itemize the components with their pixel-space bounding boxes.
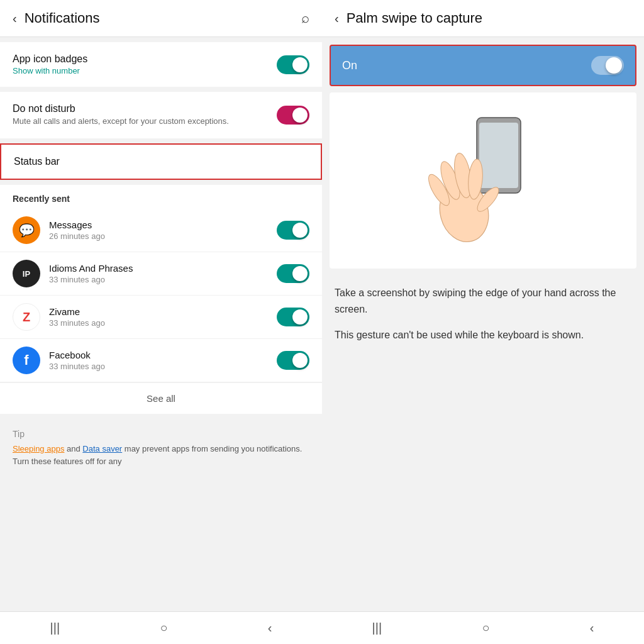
description-text-2: This gesture can't be used while the key… bbox=[335, 327, 631, 343]
bottom-nav-left: ||| ○ ‹ bbox=[0, 611, 322, 644]
zivame-time: 33 minutes ago bbox=[49, 318, 268, 328]
right-page-title: Palm swipe to capture bbox=[347, 10, 482, 26]
right-panel: ‹ Palm swipe to capture On bbox=[322, 0, 644, 644]
do-not-disturb-card: Do not disturb Mute all calls and alerts… bbox=[0, 92, 322, 138]
bottom-nav-right: ||| ○ ‹ bbox=[322, 611, 644, 644]
notifications-header: ‹ Notifications ⌕ bbox=[0, 0, 322, 37]
search-icon[interactable]: ⌕ bbox=[301, 10, 309, 26]
zivame-toggle[interactable] bbox=[277, 308, 309, 326]
back-nav-button[interactable]: ‹ bbox=[268, 621, 272, 635]
status-bar-item[interactable]: Status bar bbox=[0, 143, 322, 180]
right-back-button[interactable]: ‹ bbox=[335, 11, 339, 26]
tip-and: and bbox=[64, 444, 82, 453]
idioms-time: 33 minutes ago bbox=[49, 275, 268, 284]
do-not-disturb-desc: Mute all calls and alerts, except for yo… bbox=[13, 116, 277, 127]
palm-swipe-toggle-row[interactable]: On bbox=[330, 45, 636, 86]
list-item[interactable]: f Facebook 33 minutes ago bbox=[0, 339, 322, 382]
app-icon-badges-item[interactable]: App icon badges Show with number bbox=[0, 42, 322, 87]
app-icon-badges-toggle[interactable] bbox=[277, 55, 309, 74]
svg-rect-1 bbox=[479, 123, 518, 188]
do-not-disturb-title: Do not disturb bbox=[13, 103, 277, 114]
messages-name: Messages bbox=[49, 219, 268, 230]
idioms-name: Idioms And Phrases bbox=[49, 263, 268, 274]
messages-toggle[interactable] bbox=[277, 221, 309, 240]
right-back-nav-button[interactable]: ‹ bbox=[590, 621, 594, 635]
home-button[interactable]: ○ bbox=[160, 621, 167, 635]
sleeping-apps-link[interactable]: Sleeping apps bbox=[13, 444, 64, 453]
hand-svg bbox=[420, 105, 546, 256]
palm-on-label: On bbox=[342, 59, 357, 72]
see-all-button[interactable]: See all bbox=[0, 382, 322, 414]
left-panel: ‹ Notifications ⌕ App icon badges Show w… bbox=[0, 0, 322, 644]
tip-section: Tip Sleeping apps and Data saver may pre… bbox=[0, 419, 322, 477]
back-button[interactable]: ‹ bbox=[13, 11, 17, 26]
messages-time: 26 minutes ago bbox=[49, 231, 268, 241]
app-icon-badges-subtitle[interactable]: Show with number bbox=[13, 66, 277, 75]
right-home-button[interactable]: ○ bbox=[482, 621, 489, 635]
idioms-icon: IP bbox=[13, 260, 40, 287]
tip-label: Tip bbox=[13, 429, 309, 439]
data-saver-link[interactable]: Data saver bbox=[82, 444, 122, 453]
facebook-time: 33 minutes ago bbox=[49, 362, 268, 371]
facebook-name: Facebook bbox=[49, 350, 268, 360]
recent-apps-button[interactable]: ||| bbox=[50, 621, 60, 635]
status-bar-title: Status bar bbox=[14, 156, 308, 167]
palm-swipe-toggle[interactable] bbox=[591, 56, 624, 75]
tip-text: Sleeping apps and Data saver may prevent… bbox=[13, 443, 309, 467]
app-icon-badges-info: App icon badges Show with number bbox=[13, 53, 277, 75]
idioms-toggle[interactable] bbox=[277, 264, 309, 283]
description-section: Take a screenshot by swiping the edge of… bbox=[322, 275, 644, 364]
do-not-disturb-item[interactable]: Do not disturb Mute all calls and alerts… bbox=[0, 92, 322, 138]
zivame-info: Zivame 33 minutes ago bbox=[49, 306, 268, 328]
list-item[interactable]: IP Idioms And Phrases 33 minutes ago bbox=[0, 252, 322, 296]
recently-sent-section: Recently sent 💬 Messages 26 minutes ago … bbox=[0, 185, 322, 414]
recently-sent-header: Recently sent bbox=[0, 185, 322, 209]
zivame-name: Zivame bbox=[49, 306, 268, 317]
right-header: ‹ Palm swipe to capture bbox=[322, 0, 644, 37]
app-icon-badges-card: App icon badges Show with number bbox=[0, 42, 322, 87]
list-item[interactable]: Z Zivame 33 minutes ago bbox=[0, 296, 322, 339]
messages-icon: 💬 bbox=[13, 216, 40, 244]
facebook-toggle[interactable] bbox=[277, 351, 309, 370]
do-not-disturb-info: Do not disturb Mute all calls and alerts… bbox=[13, 103, 277, 127]
facebook-icon: f bbox=[13, 347, 40, 374]
zivame-icon: Z bbox=[13, 303, 40, 331]
right-recent-apps-button[interactable]: ||| bbox=[372, 621, 382, 635]
app-icon-badges-title: App icon badges bbox=[13, 53, 277, 65]
do-not-disturb-toggle[interactable] bbox=[277, 106, 309, 125]
header-left: ‹ Notifications bbox=[13, 10, 100, 26]
facebook-info: Facebook 33 minutes ago bbox=[49, 350, 268, 371]
list-item[interactable]: 💬 Messages 26 minutes ago bbox=[0, 209, 322, 252]
description-text-1: Take a screenshot by swiping the edge of… bbox=[335, 285, 631, 317]
idioms-info: Idioms And Phrases 33 minutes ago bbox=[49, 263, 268, 284]
palm-swipe-illustration bbox=[330, 92, 636, 269]
page-title: Notifications bbox=[25, 10, 100, 26]
messages-info: Messages 26 minutes ago bbox=[49, 219, 268, 241]
settings-content: App icon badges Show with number Do not … bbox=[0, 37, 322, 611]
